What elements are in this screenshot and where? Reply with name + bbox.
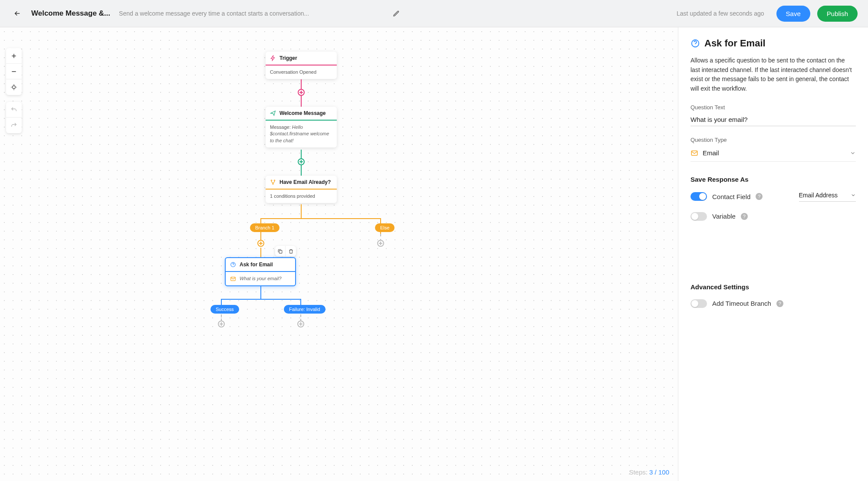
connector — [260, 248, 261, 257]
chevron-down-icon — [851, 193, 856, 198]
connector — [301, 204, 302, 218]
workflow-canvas[interactable]: Trigger Conversation Opened Welcome Mess… — [0, 27, 678, 481]
canvas-toolbar — [6, 48, 22, 140]
contact-field-toggle[interactable] — [690, 192, 707, 201]
add-step-button[interactable] — [218, 321, 225, 327]
email-icon — [230, 276, 236, 282]
help-icon[interactable]: ? — [776, 300, 783, 307]
node-trigger-body: Conversation Opened — [266, 65, 337, 79]
svg-point-3 — [273, 183, 273, 184]
app-header: Welcome Message &... Send a welcome mess… — [0, 0, 868, 27]
undo-button[interactable] — [6, 102, 22, 118]
chevron-down-icon — [850, 150, 856, 156]
contact-field-label: Contact Field — [712, 193, 750, 200]
advanced-settings-heading: Advanced Settings — [690, 283, 856, 291]
outcome-success-label[interactable]: Success — [210, 305, 239, 314]
add-step-button[interactable] — [298, 158, 305, 165]
node-branch[interactable]: Have Email Already? 1 conditions provide… — [266, 176, 337, 203]
branch-icon — [270, 179, 276, 185]
svg-point-0 — [13, 86, 16, 89]
node-trigger-title: Trigger — [279, 55, 297, 61]
outcome-failure-label[interactable]: Failure: Invalid — [284, 305, 326, 314]
question-icon — [690, 39, 700, 48]
help-icon[interactable]: ? — [756, 193, 763, 200]
edit-title-button[interactable] — [391, 8, 401, 19]
question-text-input[interactable] — [690, 113, 856, 126]
branch-label[interactable]: Branch 1 — [250, 223, 279, 232]
node-ask-body: What is your email? — [226, 272, 295, 285]
node-trigger[interactable]: Trigger Conversation Opened — [266, 52, 337, 79]
node-welcome-body: Message: Hello $contact.firstname welcom… — [266, 121, 337, 147]
node-welcome-title: Welcome Message — [279, 110, 326, 116]
email-icon — [690, 149, 698, 157]
node-action-bar — [275, 246, 296, 256]
zoom-out-button[interactable] — [6, 64, 22, 79]
workflow-subtitle: Send a welcome message every time a cont… — [119, 10, 380, 17]
back-button[interactable] — [10, 7, 24, 20]
properties-panel: Ask for Email Allows a specific question… — [678, 27, 868, 481]
steps-counter: Steps: 3 / 100 — [629, 468, 669, 476]
question-type-label: Question Type — [690, 137, 856, 143]
add-step-button[interactable] — [257, 240, 264, 247]
node-ask-title: Ask for Email — [240, 262, 273, 268]
delete-node-button[interactable] — [286, 246, 296, 256]
question-text-label: Question Text — [690, 104, 856, 111]
add-step-button[interactable] — [298, 89, 305, 96]
last-updated-text: Last updated a few seconds ago — [677, 10, 764, 17]
save-button[interactable]: Save — [776, 6, 810, 22]
save-response-heading: Save Response As — [690, 176, 856, 183]
question-icon — [230, 262, 236, 268]
workflow-title: Welcome Message &... — [31, 9, 110, 18]
variable-label: Variable — [712, 213, 736, 220]
add-step-button[interactable] — [377, 240, 384, 247]
svg-rect-4 — [279, 250, 282, 253]
publish-button[interactable]: Publish — [817, 6, 858, 22]
panel-description: Allows a specific question to be sent to… — [690, 56, 856, 94]
recenter-button[interactable] — [6, 79, 22, 95]
zoom-in-button[interactable] — [6, 48, 22, 64]
contact-field-select[interactable]: Email Address — [799, 192, 856, 202]
node-welcome-message[interactable]: Welcome Message Message: Hello $contact.… — [266, 107, 337, 147]
timeout-label: Add Timeout Branch — [712, 300, 771, 307]
redo-button[interactable] — [6, 118, 22, 133]
connector — [300, 299, 301, 305]
connector — [261, 218, 381, 219]
connector — [221, 299, 301, 300]
timeout-toggle[interactable] — [690, 299, 707, 308]
duplicate-node-button[interactable] — [275, 246, 286, 256]
node-ask-for-email[interactable]: Ask for Email What is your email? — [225, 257, 296, 286]
node-branch-title: Have Email Already? — [279, 179, 331, 185]
lightning-icon — [270, 55, 276, 61]
variable-toggle[interactable] — [690, 212, 707, 221]
panel-title: Ask for Email — [704, 38, 766, 49]
send-icon — [270, 110, 276, 116]
connector — [260, 286, 261, 299]
question-type-select[interactable]: Email — [690, 146, 856, 162]
add-step-button[interactable] — [297, 321, 304, 327]
svg-point-2 — [274, 180, 275, 181]
node-branch-body: 1 conditions provided — [266, 190, 337, 203]
branch-label-else[interactable]: Else — [375, 223, 395, 232]
connector — [221, 299, 222, 305]
help-icon[interactable]: ? — [741, 213, 748, 220]
svg-point-1 — [271, 180, 272, 181]
